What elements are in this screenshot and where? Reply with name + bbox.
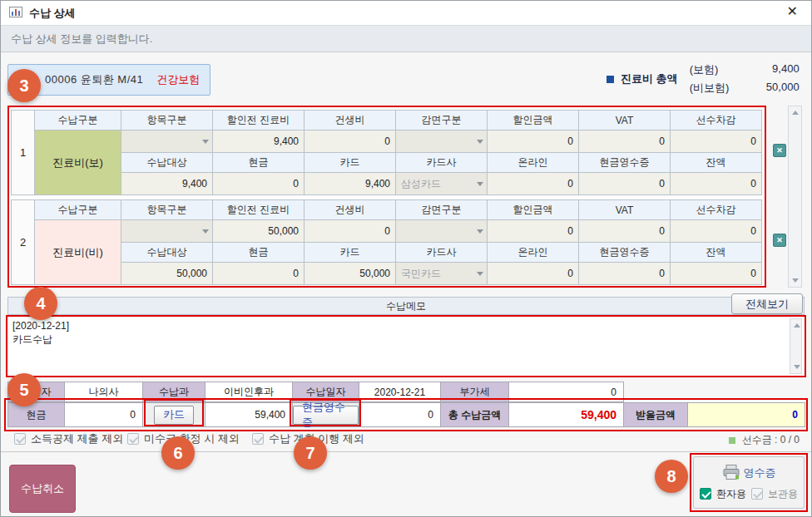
cash-cell[interactable]: 0 [213,173,304,195]
title-bar: 수납 상세 ✕ [1,1,812,26]
item-type-dropdown[interactable] [121,130,213,153]
scroll-up-icon[interactable] [792,111,799,115]
dept-label: 수납과 [143,382,205,402]
step-badge-4: 4 [24,287,57,320]
card-company-dropdown[interactable]: 국민카드 [396,263,488,285]
close-icon[interactable]: ✕ [787,5,798,18]
cash-cell[interactable]: 0 [213,263,304,285]
cash-value[interactable]: 0 [65,403,143,427]
delete-row-button[interactable]: ✕ [773,234,786,247]
col-header: VAT [579,111,671,130]
card-cell[interactable]: 9,400 [304,173,396,195]
page-title: 수납 상세 [29,6,76,21]
checkbox-patient-copy[interactable] [700,488,711,500]
col-header: 감면구분 [396,200,488,220]
cash-receipt-cell[interactable]: 0 [579,173,671,195]
col-header: 할인전 진료비 [213,111,304,130]
sub-header: 잔액 [671,243,762,263]
online-cell[interactable]: 0 [488,173,579,195]
chart-icon [9,7,22,20]
sub-header: 현금영수증 [579,153,671,173]
summary-amount-row: 현금 0 카드 59,400 현금영수증 0 총 수납금액 59,400 받을금… [7,402,805,427]
card-button[interactable]: 카드 [154,406,194,425]
card-button-cell: 카드 [143,403,205,427]
vat-value[interactable]: 0 [509,382,624,402]
balance-cell[interactable]: 0 [671,173,762,195]
reduction-dropdown[interactable] [396,130,488,153]
pre-discount-cell[interactable]: 9,400 [213,130,304,153]
sub-header: 온라인 [488,153,579,173]
checkbox-receivable-confirm[interactable] [127,433,139,445]
online-cell[interactable]: 0 [488,263,579,285]
checkbox-income-deduction[interactable] [14,433,26,445]
col-header: 감면구분 [396,111,488,130]
option-label: 소득공제 제출 제외 [31,431,123,446]
col-header: 수납구분 [35,200,121,220]
vat-cell[interactable]: 0 [579,220,671,243]
card-amount[interactable]: 59,400 [205,403,293,427]
discount-cell[interactable]: 0 [488,220,579,243]
balance-cell[interactable]: 0 [671,263,762,285]
discount-cell[interactable]: 0 [488,130,579,153]
sub-header: 수납대상 [121,243,213,263]
pre-discount-cell[interactable]: 50,000 [213,220,304,243]
date-value[interactable]: 2020-12-21 [359,382,441,402]
memo-scrollbar[interactable] [790,318,802,374]
step-badge-7: 7 [294,436,327,470]
divider [1,451,812,452]
cancel-payment-button[interactable]: 수납취소 [9,465,76,513]
scroll-down-icon[interactable] [792,278,799,283]
target-cell[interactable]: 9,400 [121,173,213,195]
vat-cell[interactable]: 0 [579,130,671,153]
patient-info: 00006 윤퇴환 M/41 [45,72,143,87]
cash-receipt-button[interactable]: 현금영수증 [293,406,359,425]
checkbox-payment-plan[interactable] [252,433,264,445]
step-badge-3: 3 [7,69,41,102]
scroll-up-icon[interactable] [794,323,800,327]
advance-deduct-cell[interactable]: 0 [671,220,762,243]
payment-row-1: 1 수납구분 항목구분 할인전 진료비 건생비 감면구분 할인금액 VAT 선수… [11,110,762,195]
receiver-value: 나의사 [65,382,143,402]
card-company-dropdown[interactable]: 삼성카드 [396,173,488,195]
col-header: 선수차감 [671,200,762,220]
col-header: 건생비 [304,200,396,220]
scroll-down-icon[interactable] [794,365,800,369]
checkbox-archive-copy[interactable] [751,488,763,500]
total-value: 59,400 [509,403,624,427]
cash-receipt-cell[interactable]: 0 [579,263,671,285]
cash-receipt-amount[interactable]: 0 [359,403,441,427]
memo-textarea[interactable]: [2020-12-21] 카드수납 [6,315,806,377]
advance-deduct-cell[interactable]: 0 [671,130,762,153]
step-badge-5: 5 [7,373,41,406]
geonsaeng-cell[interactable]: 0 [304,220,396,243]
receivable-input[interactable]: 0 [688,403,805,427]
sub-header: 온라인 [488,243,579,263]
col-header: 할인전 진료비 [213,200,304,220]
col-header: 건생비 [304,111,396,130]
view-all-button[interactable]: 전체보기 [731,293,803,314]
target-cell[interactable]: 50,000 [121,263,213,285]
geonsaeng-cell[interactable]: 0 [304,130,396,153]
delete-row-button[interactable]: ✕ [773,144,786,157]
item-type-dropdown[interactable] [121,220,213,243]
sub-header: 현금 [213,243,304,263]
chevron-down-icon [477,140,483,144]
subtitle-bar: 수납 상세 정보를 입력합니다. [1,26,812,52]
table-scrollbar[interactable] [788,106,802,288]
payment-row-2: 2 수납구분 항목구분 할인전 진료비 건생비 감면구분 할인금액 VAT 선수… [11,199,762,285]
uninsured-label: (비보험) [690,81,741,96]
col-header: 항목구분 [121,111,213,130]
reduction-dropdown[interactable] [396,220,488,243]
sub-header: 잔액 [671,153,762,173]
option-row: 소득공제 제출 제외 미수금 확정 시 제외 수납 계획 이행 제외 [1,431,812,450]
chevron-down-icon [477,229,483,234]
memo-header: 수납메모 [7,297,805,315]
memo-line: 카드수납 [12,332,800,346]
col-header: 수납구분 [35,111,121,130]
card-cell[interactable]: 50,000 [304,263,396,285]
category-cell: 진료비(보) [35,130,121,195]
chevron-down-icon [202,140,209,144]
receipt-panel[interactable]: 영수증 환자용 보관용 [693,456,805,509]
sub-header: 현금 [213,153,304,173]
total-label: 총 수납금액 [441,403,509,427]
